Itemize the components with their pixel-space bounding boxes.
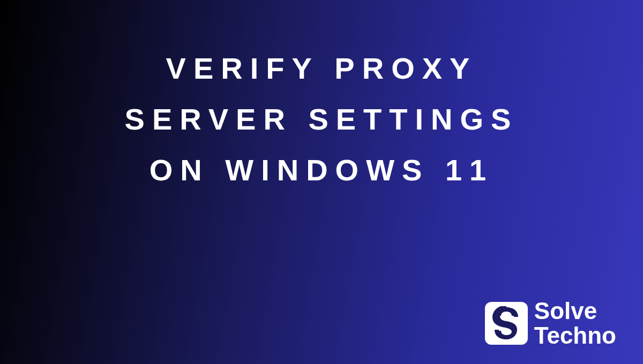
logo-icon [485, 302, 528, 345]
logo-text-line1: Solve [534, 299, 616, 323]
s-glyph-icon [491, 306, 521, 340]
logo-text-line2: Techno [534, 323, 616, 348]
page-title: VERIFY PROXY SERVER SETTINGS ON WINDOWS … [96, 43, 547, 196]
logo-container: Solve Techno [485, 299, 616, 348]
banner-container: VERIFY PROXY SERVER SETTINGS ON WINDOWS … [0, 0, 643, 364]
logo-text: Solve Techno [534, 299, 616, 348]
